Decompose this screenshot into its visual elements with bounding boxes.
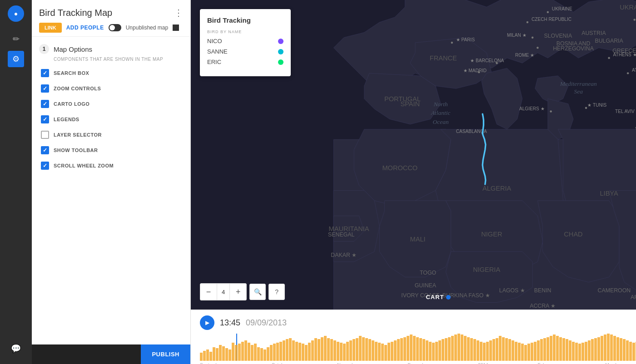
search-button[interactable]: 🔍 <box>249 284 266 300</box>
chart-bar <box>480 342 482 361</box>
legend-dot-1 <box>278 49 283 54</box>
chart-bar <box>470 338 473 361</box>
svg-text:UKRAINE: UKRAINE <box>620 4 636 11</box>
chart-bar <box>537 340 540 361</box>
zoom-level: 4 <box>217 284 230 300</box>
checkbox-0[interactable] <box>41 69 49 77</box>
sliders-button[interactable]: ⚙ <box>8 51 24 67</box>
legend-dot-0 <box>278 39 283 44</box>
legend-dot-2 <box>278 59 283 65</box>
pencil-button[interactable]: ✏ <box>8 31 24 47</box>
checkbox-4[interactable] <box>41 131 49 139</box>
checkbox-label-6: SCROLL WHEEL ZOOM <box>54 163 114 168</box>
chart-bar <box>521 344 524 361</box>
chart-bar <box>562 338 565 361</box>
svg-text:★ MADRID: ★ MADRID <box>463 68 487 73</box>
checkbox-3[interactable] <box>41 115 49 123</box>
zoom-out-button[interactable]: − <box>200 284 217 300</box>
section-number-title: 1 Map Options <box>39 44 183 54</box>
svg-text:DAKAR ★: DAKAR ★ <box>331 252 357 258</box>
search-icon: 🔍 <box>254 288 262 295</box>
chart-bar <box>314 338 317 361</box>
svg-text:MOROCCO: MOROCCO <box>382 164 417 172</box>
svg-text:ALGERIA: ALGERIA <box>482 185 511 192</box>
svg-point-31 <box>633 19 635 20</box>
checkbox-row-4[interactable]: LAYER SELECTOR <box>39 131 183 139</box>
svg-text:CAMEROON: CAMEROON <box>598 287 631 294</box>
avatar[interactable]: ● <box>8 5 24 22</box>
checkbox-2[interactable] <box>41 100 49 108</box>
svg-point-25 <box>451 42 453 44</box>
checkbox-label-0: SEARCH BOX <box>54 70 89 76</box>
chart-bar <box>483 343 486 361</box>
med-sea-label2: Sea <box>574 88 583 95</box>
chart-bar <box>524 345 527 361</box>
map-controls: − 4 + 🔍 ? <box>200 283 285 300</box>
svg-point-27 <box>527 21 528 23</box>
chart-bar <box>391 342 393 361</box>
checkbox-6[interactable] <box>41 162 49 170</box>
chart-bar <box>585 342 587 361</box>
chart-bar <box>343 344 346 361</box>
link-button[interactable]: LINK <box>39 23 62 33</box>
map-area[interactable]: North Atlantic Ocean Mediterranean Sea B… <box>191 0 636 310</box>
chart-bar <box>512 340 514 361</box>
timeline-date: 09/09/2013 <box>246 318 287 328</box>
svg-text:SLOVENIA: SLOVENIA <box>544 33 572 39</box>
legend-name-0: NICO <box>207 38 222 44</box>
checkbox-row-5[interactable]: SHOW TOOLBAR <box>39 146 183 154</box>
add-people-button[interactable]: ADD PEOPLE <box>66 25 104 31</box>
checkbox-label-3: LEGENDS <box>54 117 80 122</box>
section-title: Map Options <box>54 45 92 53</box>
chart-container[interactable] <box>200 334 636 361</box>
chart-bar <box>457 334 460 361</box>
chart-bar <box>270 345 273 361</box>
timeline-header: ▶ 13:45 09/09/2013 ⋮ <box>200 315 636 330</box>
panel-more-button[interactable]: ⋮ <box>174 7 183 18</box>
timeline-time: 13:45 <box>220 318 240 328</box>
checkbox-1[interactable] <box>41 84 49 93</box>
chart-bar <box>451 336 454 361</box>
chart-bar <box>556 336 559 361</box>
chart-bar <box>381 344 384 361</box>
chart-bar <box>591 339 594 361</box>
checkbox-5[interactable] <box>41 146 49 154</box>
legend-rows: NICOSANNEERIC <box>207 38 283 65</box>
chart-bar <box>629 342 632 361</box>
chart-bar <box>219 345 222 361</box>
checkbox-row-1[interactable]: ZOOM CONTROLS <box>39 84 183 93</box>
chart-bar <box>613 336 616 361</box>
chart-bar <box>534 342 537 361</box>
chart-bar <box>499 336 502 361</box>
map-container: North Atlantic Ocean Mediterranean Sea B… <box>191 0 636 364</box>
svg-point-29 <box>547 11 549 13</box>
svg-text:BENIN: BENIN <box>534 287 552 294</box>
chart-bar <box>238 344 241 361</box>
checkbox-row-3[interactable]: LEGENDS <box>39 115 183 123</box>
checkbox-row-0[interactable]: SEARCH BOX <box>39 69 183 77</box>
chart-bar <box>378 343 381 361</box>
chart-bar <box>254 344 257 361</box>
play-button[interactable]: ▶ <box>200 315 214 330</box>
chart-bar <box>515 342 517 361</box>
chart-bar <box>572 342 575 361</box>
chat-button[interactable]: 💬 <box>8 340 24 357</box>
publish-button[interactable]: PUBLISH <box>141 344 190 364</box>
chart-bar <box>616 337 619 361</box>
zoom-in-button[interactable]: + <box>230 284 246 300</box>
checkbox-row-2[interactable]: CARTO LOGO <box>39 100 183 108</box>
legend-subtitle: BIRD BY NAME <box>207 30 283 34</box>
published-toggle[interactable] <box>109 24 121 31</box>
chart-bar <box>597 337 600 361</box>
chart-bar <box>248 343 250 361</box>
chart-bar <box>209 352 212 361</box>
checkbox-row-6[interactable]: SCROLL WHEEL ZOOM <box>39 162 183 170</box>
chart-bar <box>403 337 406 361</box>
chart-bar <box>388 343 390 361</box>
svg-text:LIBYA: LIBYA <box>600 190 618 197</box>
help-button[interactable]: ? <box>268 284 285 300</box>
chart-bar <box>550 336 552 361</box>
chart-bar <box>324 336 327 361</box>
med-sea-label: Mediterranean <box>560 80 597 87</box>
chart-bar <box>346 342 349 361</box>
